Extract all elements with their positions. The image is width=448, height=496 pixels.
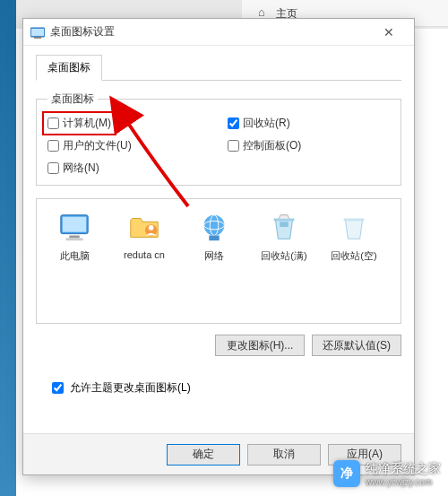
checkbox-allow-themes-label: 允许主题更改桌面图标(L) [70,380,191,396]
checkbox-computer-label: 计算机(M) [63,116,111,131]
watermark-brand: 纯净系统之家 [366,461,441,477]
recyclebin-empty-icon [337,210,371,244]
checkbox-userfiles-label: 用户的文件(U) [63,138,132,153]
icon-item-thispc[interactable]: 此电脑 [47,210,101,312]
icon-label: 网络 [204,249,224,263]
watermark-logo-icon: 净 [333,460,360,487]
svg-rect-13 [274,219,295,222]
checkbox-allow-themes-input[interactable] [52,382,64,394]
desktop-edge [0,0,16,496]
checkbox-network-input[interactable] [47,162,59,174]
icon-preview-list[interactable]: 此电脑 reduta cn 网络 [36,198,401,324]
checkbox-network-label: 网络(N) [63,161,99,176]
svg-rect-12 [209,236,219,241]
desktop-icons-group: 桌面图标 计算机(M) 回收站(R) 用户的文件(U) [36,91,401,186]
thispc-icon [57,210,91,244]
icon-item-network[interactable]: 网络 [187,210,241,312]
network-icon [197,210,231,244]
icon-label: 此电脑 [60,249,90,263]
change-icon-button[interactable]: 更改图标(H)... [215,335,305,356]
svg-rect-15 [344,219,365,222]
recyclebin-full-icon [267,210,301,244]
checkbox-network[interactable]: 网络(N) [47,161,210,176]
svg-rect-5 [69,236,79,239]
checkbox-userfiles[interactable]: 用户的文件(U) [47,138,210,153]
titlebar: 桌面图标设置 ✕ [23,19,414,46]
svg-rect-4 [63,217,87,232]
checkbox-computer[interactable]: 计算机(M) [47,116,210,131]
icon-label: reduta cn [124,249,165,260]
checkbox-recyclebin-label: 回收站(R) [243,116,290,131]
checkbox-allow-themes[interactable]: 允许主题更改桌面图标(L) [36,379,401,396]
close-button[interactable]: ✕ [371,20,407,45]
svg-rect-14 [280,222,289,227]
checkbox-computer-input[interactable] [47,117,59,129]
window-icon [30,25,45,39]
ok-button[interactable]: 确定 [167,444,240,466]
checkbox-controlpanel[interactable]: 控制面板(O) [228,138,390,153]
tab-desktop-icons[interactable]: 桌面图标 [36,55,102,81]
checkbox-recyclebin-input[interactable] [228,117,239,129]
cancel-button[interactable]: 取消 [247,444,321,466]
checkbox-recyclebin[interactable]: 回收站(R) [228,116,390,131]
checkbox-controlpanel-label: 控制面板(O) [243,138,301,153]
checkbox-controlpanel-input[interactable] [228,140,239,152]
svg-point-9 [204,215,225,236]
watermark: 净 纯净系统之家 www.ycwjzy.com [333,460,441,487]
desktop-icon-settings-dialog: 桌面图标设置 ✕ 桌面图标 桌面图标 计算机(M) 回收站(R) [22,18,415,475]
svg-rect-2 [34,37,41,39]
icon-item-recyclebin-empty[interactable]: 回收站(空) [327,210,381,312]
icon-item-userfolder[interactable]: reduta cn [117,210,171,312]
dialog-content: 桌面图标 计算机(M) 回收站(R) 用户的文件(U) [23,81,414,405]
svg-rect-6 [66,238,83,240]
home-icon: ⌂ [258,5,265,19]
restore-defaults-button[interactable]: 还原默认值(S) [312,335,401,356]
svg-point-8 [149,225,154,231]
watermark-url: www.ycwjzy.com [366,477,441,487]
icon-label: 回收站(满) [261,249,306,263]
userfolder-icon [127,210,161,244]
icon-label: 回收站(空) [331,249,376,263]
tab-strip: 桌面图标 [36,55,401,81]
icon-item-recyclebin-full[interactable]: 回收站(满) [257,210,311,312]
icon-buttons-row: 更改图标(H)... 还原默认值(S) [36,335,401,356]
svg-rect-1 [31,29,44,36]
group-legend: 桌面图标 [47,91,98,107]
checkbox-userfiles-input[interactable] [47,140,59,152]
dialog-title: 桌面图标设置 [50,24,371,39]
